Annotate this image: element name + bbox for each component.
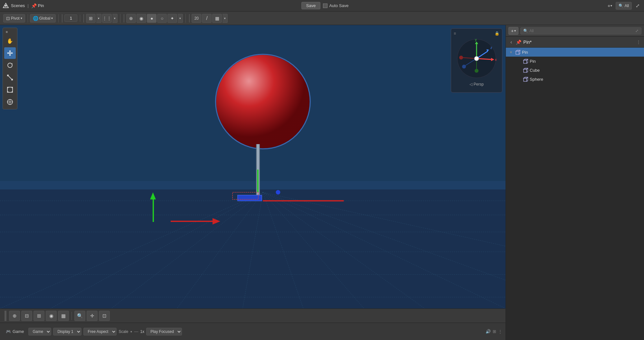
hierarchy-search-input[interactable]: [529, 29, 633, 33]
tree-expand-pin-root[interactable]: ▼: [508, 50, 514, 55]
tree-expand-pin-child: [516, 59, 521, 64]
search-area[interactable]: 🔍 All: [616, 2, 632, 10]
layers2-dropdown[interactable]: ▾: [223, 14, 228, 23]
sphere-button[interactable]: ◉: [137, 14, 146, 23]
toolbar-divider-2: [83, 14, 84, 23]
more-options-icon[interactable]: ⋮: [498, 329, 502, 334]
scene-view-button[interactable]: ⊟: [21, 311, 32, 321]
autosave-area: Auto Save: [323, 3, 348, 8]
search-view-button[interactable]: 🔍: [74, 311, 85, 321]
svg-point-39: [8, 63, 12, 68]
layers2-button[interactable]: ▦: [212, 14, 222, 23]
project-name[interactable]: Pin: [38, 3, 44, 8]
tree-item-pin-child[interactable]: Pin: [506, 57, 644, 66]
pivot-label: Pivot: [11, 16, 20, 21]
tools-menu-button[interactable]: ≡: [4, 29, 9, 34]
pin-root-cube-icon: [515, 49, 521, 55]
pivot-chevron: ▾: [21, 16, 22, 20]
hierarchy-add-button[interactable]: + ▾: [508, 27, 518, 35]
viewport-3d[interactable]: ≡ ✋: [0, 25, 506, 308]
gizmo-header: ≡ 🔒: [454, 31, 499, 36]
scale-tool-button[interactable]: [4, 72, 16, 83]
globe-button[interactable]: ⊕: [126, 14, 136, 23]
layer-view-button[interactable]: ▦: [58, 311, 69, 321]
add-dropdown-icon: ▾: [611, 4, 612, 7]
hierarchy-header: ‹ 📌 Pin* ⋮: [506, 37, 644, 48]
add-button[interactable]: + ▾: [606, 2, 614, 10]
tree-item-cube[interactable]: Cube: [506, 66, 644, 75]
tree-item-pin-root[interactable]: ▼ Pin: [506, 48, 644, 57]
aspect-dropdown[interactable]: Free Aspect: [83, 328, 117, 335]
layers2-icon: ▦: [215, 16, 219, 21]
hierarchy-more-icon[interactable]: ⋮: [636, 40, 641, 45]
hierarchy-expand-icon[interactable]: ⤢: [635, 29, 639, 33]
top-bar-center: Save Auto Save: [44, 2, 606, 9]
shading-view-button[interactable]: ◉: [46, 311, 57, 321]
grid-move-button[interactable]: ⊞: [86, 14, 96, 23]
universal-tool-button[interactable]: [4, 96, 16, 108]
sphere-item-icon: [523, 76, 528, 82]
game-tab[interactable]: 🎮 Game: [3, 328, 26, 335]
brush-button[interactable]: /: [202, 14, 212, 23]
snap-button[interactable]: ⋮⋮: [102, 14, 112, 23]
svg-rect-42: [7, 75, 9, 76]
svg-marker-36: [9, 55, 11, 56]
toolbar-divider-1: [62, 14, 62, 23]
hierarchy-asterisk: *: [530, 40, 532, 45]
svg-point-67: [474, 56, 479, 61]
scenes-label[interactable]: Scenes: [11, 3, 25, 8]
expand-button[interactable]: ⤢: [634, 2, 641, 10]
fx-button[interactable]: ✦: [167, 14, 177, 23]
viewport-bottom-bar: ⊕ ⊟ ⊞ ◉ ▦ 🔍 ✛ ⊡: [0, 308, 506, 323]
shading-button[interactable]: ●: [147, 14, 156, 23]
stats-icon[interactable]: ⊞: [493, 329, 496, 334]
top-bar-separator: |: [27, 3, 28, 8]
svg-rect-77: [524, 78, 527, 81]
autosave-checkbox[interactable]: [323, 4, 327, 8]
pin-root-label: Pin: [522, 50, 528, 55]
brush-icon: /: [206, 15, 207, 21]
save-button[interactable]: Save: [301, 2, 321, 9]
hierarchy-title-area: 📌 Pin*: [516, 40, 532, 45]
wireframe-button[interactable]: ○: [157, 14, 167, 23]
center-view-button[interactable]: ⊕: [9, 311, 20, 321]
grid-move-dropdown[interactable]: ▾: [96, 14, 101, 23]
camera-view-button[interactable]: ⊡: [99, 311, 110, 321]
move-tool-button[interactable]: [4, 47, 16, 59]
sound-icon[interactable]: 🔊: [486, 329, 491, 334]
layer-number[interactable]: 1: [64, 14, 77, 22]
gizmo-axes: z y x: [456, 38, 497, 79]
view-gizmo[interactable]: ≡ 🔒 z: [451, 28, 502, 93]
shading-icon: ●: [150, 16, 153, 21]
play-focused-dropdown[interactable]: Play Focused: [146, 328, 182, 335]
grid-view-button[interactable]: ⊞: [33, 311, 44, 321]
global-label: Global: [39, 16, 51, 21]
render-number-button[interactable]: 20: [192, 14, 201, 23]
game-tab-label: Game: [13, 329, 24, 334]
hierarchy-back-button[interactable]: ‹: [509, 39, 513, 46]
hierarchy-title: Pin*: [523, 40, 532, 45]
svg-rect-45: [12, 87, 13, 88]
fx-icon: ✦: [170, 16, 174, 21]
pivot-dropdown[interactable]: ⊡ Pivot ▾: [3, 14, 25, 23]
fx-dropdown[interactable]: ▾: [178, 14, 183, 23]
game-dropdown[interactable]: Game: [28, 328, 51, 335]
gizmo-menu-icon[interactable]: ≡: [454, 31, 456, 36]
tree-expand-sphere: [516, 77, 521, 82]
svg-rect-46: [7, 91, 8, 93]
number-group: 1: [64, 14, 80, 22]
gizmo-view-button[interactable]: ✛: [87, 311, 98, 321]
global-dropdown[interactable]: 🌐 Global ▾: [30, 14, 56, 23]
display-dropdown[interactable]: Display 1: [53, 328, 81, 335]
svg-point-66: [459, 56, 463, 60]
render-group: 20 / ▦ ▾: [192, 14, 230, 23]
snap-dropdown[interactable]: ▾: [112, 14, 118, 23]
main-toolbar: ⊡ Pivot ▾ 🌐 Global ▾ 1 ⊞ ▾ ⋮⋮ ▾ ⊕: [0, 12, 644, 25]
gizmo-lock-icon[interactable]: 🔒: [495, 31, 499, 36]
rotate-tool-button[interactable]: [4, 60, 16, 71]
rect-tool-button[interactable]: [4, 84, 16, 96]
hand-tool-button[interactable]: ✋: [4, 35, 16, 47]
hierarchy-title-text: Pin: [523, 40, 530, 45]
tree-item-sphere[interactable]: Sphere: [506, 75, 644, 84]
gizmo-persp-label[interactable]: ◁ Persp: [469, 82, 484, 87]
